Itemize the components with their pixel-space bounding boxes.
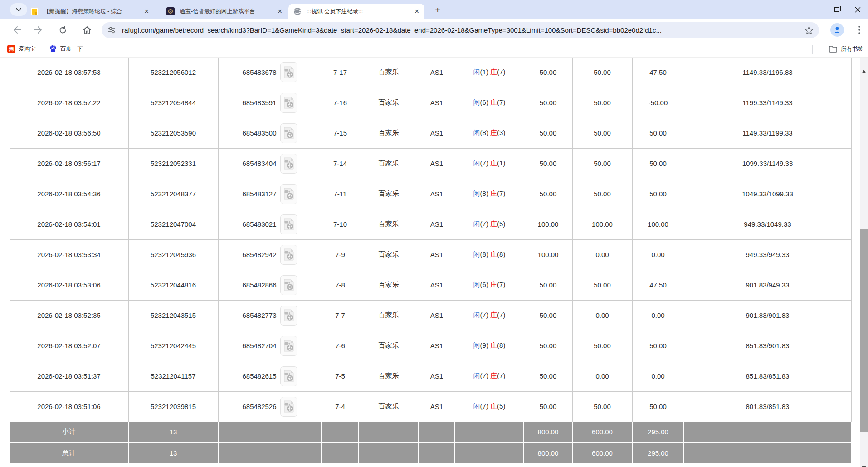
result-cell: 闲(1) 庄(7) [455, 58, 524, 88]
table-name-cell: AS1 [419, 88, 455, 118]
game-number: 685482773 [242, 311, 276, 319]
game-type-cell: 百家乐 [359, 209, 419, 239]
bet-record-row: 2026-02-18 03:51:37523212041157685482615… [10, 361, 851, 391]
close-icon[interactable]: ✕ [276, 7, 284, 15]
tab-haiyan-forum[interactable]: 【新提醒】海燕策略论坛 - 综合 ✕ [25, 4, 154, 19]
game-type-cell: 百家乐 [359, 300, 419, 331]
game-number: 685483500 [242, 129, 276, 137]
valid-amount-cell: 0.00 [572, 361, 632, 391]
back-button[interactable] [10, 23, 24, 37]
minimize-button[interactable] [805, 0, 826, 19]
game-number-wrap: 685483404 [219, 149, 322, 179]
win-loss-cell: 50.00 [632, 331, 684, 361]
tab-bet-records-active[interactable]: :::视讯 会员下注纪录::: ✕ [288, 4, 424, 19]
round-cell: 7-14 [322, 148, 359, 179]
balance-cell: 851.83/851.83 [684, 361, 851, 391]
bet-number-cell: 523212056012 [128, 58, 218, 88]
tab-tongbao-platform[interactable]: 通宝-信誉最好的网上游戏平台 ✕ [161, 4, 288, 19]
tab-search-button[interactable] [10, 3, 27, 16]
balance-cell: 1049.33/1099.33 [684, 179, 851, 209]
game-type-cell: 百家乐 [359, 118, 419, 148]
menu-kebab-icon[interactable] [853, 23, 866, 37]
bet-record-row: 2026-02-18 03:51:06523212039815685482526… [10, 391, 851, 422]
game-type-cell: 百家乐 [359, 361, 419, 391]
total-winloss: 295.00 [632, 443, 684, 463]
bookmark-label: 爱淘宝 [19, 45, 36, 53]
game-number-wrap: 685482615 [219, 361, 322, 391]
video-replay-button[interactable] [280, 184, 297, 204]
video-replay-button[interactable] [280, 306, 297, 326]
all-bookmarks-label: 所有书签 [841, 45, 863, 53]
restore-button[interactable] [826, 0, 847, 19]
close-icon[interactable]: ✕ [142, 7, 151, 15]
game-number-wrap: 685482773 [219, 301, 322, 331]
round-cell: 7-15 [322, 118, 359, 148]
balance-cell: 949.33/949.33 [684, 239, 851, 270]
forward-icon [34, 26, 42, 34]
banker-points: (7) [497, 281, 505, 288]
video-replay-icon [284, 309, 294, 321]
vertical-scrollbar[interactable] [860, 58, 868, 467]
total-label: 总计 [10, 443, 128, 463]
win-loss-cell: 0.00 [632, 300, 684, 331]
scroll-up-arrow-icon[interactable] [862, 70, 866, 73]
banker-label: 庄 [490, 98, 497, 106]
video-replay-button[interactable] [280, 366, 297, 386]
video-replay-button[interactable] [280, 275, 297, 295]
tab-favicon-note [30, 7, 39, 16]
home-button[interactable] [80, 23, 94, 37]
balance-cell: 801.83/851.83 [684, 391, 851, 422]
valid-amount-cell: 50.00 [572, 118, 632, 148]
scrollbar-thumb[interactable] [860, 229, 868, 432]
bookmark-taobao[interactable]: 淘 爱淘宝 [4, 43, 39, 55]
video-replay-button[interactable] [280, 154, 297, 174]
valid-amount-cell: 50.00 [572, 391, 632, 422]
new-tab-button[interactable]: + [432, 4, 444, 16]
site-info-icon[interactable] [108, 26, 116, 34]
bet-time-cell: 2026-02-18 03:52:35 [10, 300, 128, 331]
video-replay-button[interactable] [280, 397, 297, 417]
banker-points: (7) [497, 311, 505, 319]
video-replay-button[interactable] [280, 214, 297, 234]
bookmark-baidu[interactable]: 百度一下 [45, 43, 87, 55]
video-replay-icon [284, 279, 294, 291]
address-bar[interactable]: rafugf.com/game/betrecord_search/kind3?B… [102, 22, 819, 38]
game-number-cell: 685482942 [218, 239, 322, 270]
bet-record-row: 2026-02-18 03:57:22523212054844685483591… [10, 88, 851, 118]
game-number-cell: 685483127 [218, 179, 322, 209]
game-number-wrap: 685483591 [219, 88, 322, 118]
video-replay-button[interactable] [280, 245, 297, 265]
round-cell: 7-8 [322, 270, 359, 300]
valid-amount-cell: 100.00 [572, 209, 632, 239]
player-label: 闲 [473, 341, 480, 349]
reload-button[interactable] [55, 23, 70, 37]
bet-amount-cell: 100.00 [524, 209, 572, 239]
bookmark-star-icon[interactable] [805, 26, 814, 35]
bet-amount-cell: 50.00 [524, 300, 572, 331]
bet-amount-cell: 50.00 [524, 179, 572, 209]
player-points: (1) [480, 68, 491, 76]
bet-number-cell: 523212053590 [128, 118, 218, 148]
banker-label: 庄 [490, 281, 497, 288]
bet-amount-cell: 50.00 [524, 361, 572, 391]
banker-points: (7) [497, 190, 505, 197]
close-icon[interactable]: ✕ [413, 7, 421, 15]
game-number: 685483678 [242, 68, 276, 76]
win-loss-cell: 50.00 [632, 391, 684, 422]
video-replay-button[interactable] [280, 62, 297, 82]
profile-avatar[interactable] [830, 23, 844, 37]
game-number-wrap: 685483021 [219, 209, 322, 239]
game-number: 685482704 [242, 342, 276, 350]
result-cell: 闲(7) 庄(5) [455, 391, 524, 422]
bet-time-cell: 2026-02-18 03:54:01 [10, 209, 128, 239]
video-replay-button[interactable] [280, 123, 297, 143]
bookmarks-divider [812, 45, 813, 54]
close-window-button[interactable] [847, 0, 868, 19]
video-replay-button[interactable] [280, 336, 297, 356]
page-content: 2026-02-18 03:57:53523212056012685483678… [0, 58, 868, 467]
video-replay-icon [284, 127, 294, 139]
all-bookmarks-button[interactable]: 所有书签 [829, 43, 863, 55]
forward-button[interactable] [31, 23, 45, 37]
video-replay-button[interactable] [280, 93, 297, 113]
table-name-cell: AS1 [419, 58, 455, 88]
